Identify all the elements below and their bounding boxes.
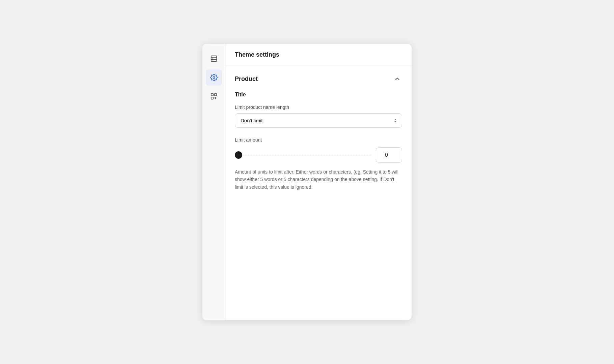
chevron-up-icon xyxy=(394,75,401,82)
svg-rect-7 xyxy=(211,97,213,99)
panel-wrapper: Theme settings Product Title Limit produ… xyxy=(202,44,412,320)
content-area: Product Title Limit product name length … xyxy=(225,66,412,320)
svg-rect-0 xyxy=(211,56,217,62)
limit-name-select[interactable]: Don't limit By words By characters xyxy=(235,113,402,128)
header: Theme settings xyxy=(225,44,412,66)
help-text: Amount of units to limit after. Either w… xyxy=(235,168,402,191)
sidebar xyxy=(202,44,225,320)
svg-rect-6 xyxy=(214,94,216,96)
main-content: Theme settings Product Title Limit produ… xyxy=(225,44,412,320)
section-title: Product xyxy=(235,75,258,83)
subsection-title: Title xyxy=(235,92,402,98)
slider-thumb[interactable] xyxy=(235,151,242,159)
slider-track xyxy=(235,155,370,155)
section-header: Product xyxy=(235,74,402,84)
settings-icon xyxy=(210,74,218,81)
slider-dots xyxy=(243,155,370,155)
slider-row xyxy=(235,147,402,163)
sidebar-item-settings[interactable] xyxy=(206,69,222,86)
section-collapse-button[interactable] xyxy=(393,74,402,84)
header-title: Theme settings xyxy=(235,51,279,58)
svg-point-4 xyxy=(213,77,215,79)
limit-amount-label: Limit amount xyxy=(235,137,402,143)
select-wrapper: Don't limit By words By characters xyxy=(235,113,402,128)
limit-name-label: Limit product name length xyxy=(235,104,402,110)
svg-rect-5 xyxy=(211,94,213,96)
slider-container xyxy=(235,152,370,158)
limit-amount-input[interactable] xyxy=(376,147,402,163)
sidebar-item-apps[interactable] xyxy=(206,88,222,104)
apps-icon xyxy=(210,93,218,100)
layout-icon xyxy=(210,55,218,62)
sidebar-item-layout[interactable] xyxy=(206,51,222,67)
